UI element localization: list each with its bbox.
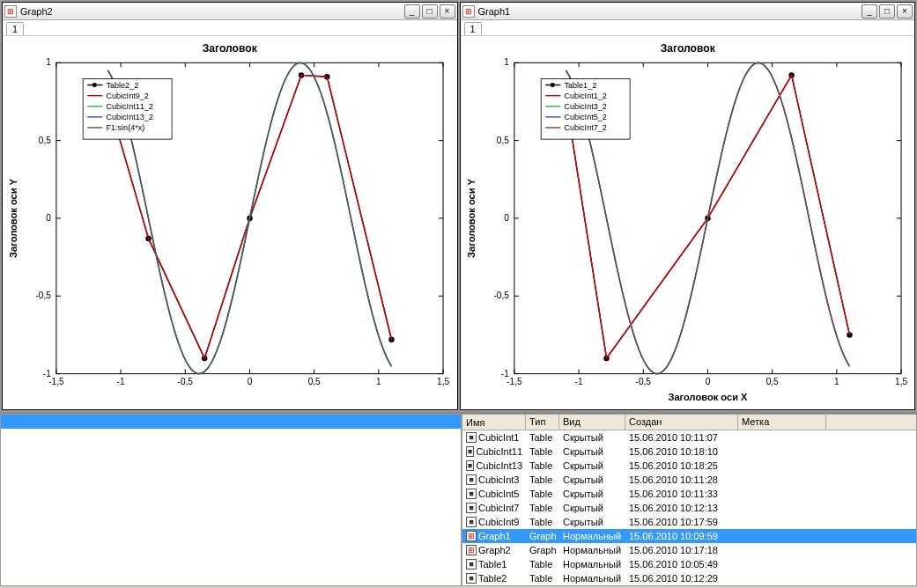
table-row[interactable]: ▦CubicInt3TableСкрытый15.06.2010 10:11:2… bbox=[462, 473, 916, 487]
svg-text:0,5: 0,5 bbox=[39, 136, 51, 145]
row-type: Table bbox=[526, 503, 559, 513]
row-created: 15.06.2010 10:11:07 bbox=[625, 432, 738, 443]
object-list-body: ▦CubicInt1TableСкрытый15.06.2010 10:11:0… bbox=[462, 430, 916, 585]
row-type: Table bbox=[526, 432, 559, 443]
row-name: CubicInt13 bbox=[476, 460, 522, 471]
svg-text:CubicInt5_2: CubicInt5_2 bbox=[564, 113, 606, 121]
table-icon: ▦ bbox=[466, 517, 477, 527]
svg-text:0: 0 bbox=[46, 213, 51, 223]
svg-text:-1: -1 bbox=[574, 377, 582, 386]
table-row[interactable]: ▦CubicInt5TableСкрытый15.06.2010 10:11:3… bbox=[462, 487, 916, 501]
row-name: Table1 bbox=[478, 559, 507, 570]
table-row[interactable]: ▦Table2TableНормальный15.06.2010 10:12:2… bbox=[462, 571, 916, 585]
svg-text:1: 1 bbox=[376, 377, 381, 386]
row-type: Graph bbox=[526, 545, 559, 555]
row-view: Скрытый bbox=[559, 503, 625, 513]
svg-text:Заголовок оси Y: Заголовок оси Y bbox=[8, 178, 18, 258]
table-row[interactable]: ▦CubicInt11TableСкрытый15.06.2010 10:18:… bbox=[462, 445, 916, 459]
graph1-chart[interactable]: -1,5-1-0,500,511,5-1-0,500,51ЗаголовокЗа… bbox=[461, 36, 915, 409]
row-name: Table2 bbox=[478, 573, 507, 584]
svg-text:-0,5: -0,5 bbox=[635, 377, 651, 386]
table-row[interactable]: ▦CubicInt13TableСкрытый15.06.2010 10:18:… bbox=[462, 459, 916, 473]
graph2-chart[interactable]: -1,5-1-0,500,511,5-1-0,500,51ЗаголовокЗа… bbox=[3, 36, 457, 409]
column-type[interactable]: Тип bbox=[526, 415, 559, 430]
row-type: Table bbox=[526, 474, 559, 485]
graph-window-icon: ⊞ bbox=[462, 5, 475, 18]
graph2-title: Graph2 bbox=[20, 6, 404, 17]
close-button[interactable]: × bbox=[897, 4, 913, 18]
row-view: Скрытый bbox=[559, 517, 625, 527]
svg-text:F1:sin(4*x): F1:sin(4*x) bbox=[106, 123, 144, 132]
svg-text:0,5: 0,5 bbox=[308, 377, 321, 386]
svg-text:-1: -1 bbox=[43, 369, 51, 379]
table-row[interactable]: ▦CubicInt9TableСкрытый15.06.2010 10:17:5… bbox=[462, 515, 916, 529]
graph-icon: ⊞ bbox=[466, 531, 477, 541]
row-created: 15.06.2010 10:11:33 bbox=[625, 489, 738, 499]
row-name: Graph2 bbox=[478, 545, 511, 555]
row-name: CubicInt1 bbox=[478, 432, 519, 443]
graph2-tab-1[interactable]: 1 bbox=[6, 22, 24, 35]
row-view: Нормальный bbox=[559, 545, 625, 555]
row-type: Table bbox=[526, 460, 559, 471]
svg-text:CubicInt3_2: CubicInt3_2 bbox=[564, 102, 606, 111]
column-view[interactable]: Вид bbox=[559, 415, 625, 430]
column-label[interactable]: Метка bbox=[738, 415, 826, 430]
table-header: Имя Тип Вид Создан Метка bbox=[462, 415, 916, 430]
row-name: CubicInt7 bbox=[478, 503, 519, 513]
object-list-panel[interactable]: Имя Тип Вид Создан Метка ▦CubicInt1Table… bbox=[462, 414, 917, 586]
svg-text:0,5: 0,5 bbox=[496, 136, 508, 145]
graph2-titlebar[interactable]: ⊞ Graph2 _ □ × bbox=[3, 3, 457, 20]
row-view: Нормальный bbox=[559, 573, 625, 584]
svg-text:-0,5: -0,5 bbox=[178, 377, 194, 386]
table-row[interactable]: ▦Table1TableНормальный15.06.2010 10:05:4… bbox=[462, 557, 916, 571]
row-name: CubicInt3 bbox=[478, 474, 519, 485]
minimize-button[interactable]: _ bbox=[404, 4, 420, 18]
table-icon: ▦ bbox=[466, 432, 477, 443]
graph-icon: ⊞ bbox=[466, 545, 477, 555]
svg-text:-1: -1 bbox=[500, 369, 508, 379]
svg-text:0: 0 bbox=[705, 377, 710, 386]
column-name[interactable]: Имя bbox=[462, 415, 526, 430]
close-button[interactable]: × bbox=[440, 4, 455, 18]
row-view: Скрытый bbox=[559, 432, 625, 443]
svg-text:Table2_2: Table2_2 bbox=[106, 81, 138, 90]
svg-text:Заголовок: Заголовок bbox=[660, 42, 715, 55]
row-name: CubicInt9 bbox=[478, 517, 519, 527]
properties-panel[interactable] bbox=[0, 414, 462, 586]
svg-text:0: 0 bbox=[248, 377, 253, 386]
table-icon: ▦ bbox=[466, 503, 477, 513]
row-created: 15.06.2010 10:12:29 bbox=[625, 573, 738, 584]
row-view: Скрытый bbox=[559, 446, 625, 457]
graph2-window: ⊞ Graph2 _ □ × 1 -1,5-1-0,500,511,5-1-0,… bbox=[2, 2, 458, 410]
table-row[interactable]: ▦CubicInt1TableСкрытый15.06.2010 10:11:0… bbox=[462, 430, 916, 445]
svg-text:Заголовок: Заголовок bbox=[203, 42, 258, 55]
svg-text:0: 0 bbox=[504, 213, 509, 223]
svg-text:1: 1 bbox=[504, 57, 509, 67]
table-row[interactable]: ⊞Graph2GraphНормальный15.06.2010 10:17:1… bbox=[462, 543, 916, 557]
graph1-titlebar[interactable]: ⊞ Graph1 _ □ × bbox=[461, 3, 915, 20]
selected-row-highlight bbox=[1, 415, 461, 429]
svg-text:CubicInt13_2: CubicInt13_2 bbox=[106, 113, 152, 121]
svg-point-48 bbox=[92, 83, 97, 87]
table-icon: ▦ bbox=[466, 573, 477, 584]
graph1-tab-1[interactable]: 1 bbox=[464, 22, 482, 35]
row-view: Скрытый bbox=[559, 460, 625, 471]
svg-text:0,5: 0,5 bbox=[765, 377, 778, 386]
table-icon: ▦ bbox=[466, 559, 477, 570]
row-created: 15.06.2010 10:11:28 bbox=[625, 474, 738, 485]
row-view: Скрытый bbox=[559, 489, 625, 499]
table-row[interactable]: ⊞Graph1GraphНормальный15.06.2010 10:09:5… bbox=[462, 529, 916, 543]
column-created[interactable]: Создан bbox=[625, 415, 738, 430]
svg-text:1: 1 bbox=[834, 377, 839, 386]
maximize-button[interactable]: □ bbox=[422, 4, 438, 18]
table-icon: ▦ bbox=[466, 446, 474, 457]
minimize-button[interactable]: _ bbox=[862, 4, 877, 18]
row-created: 15.06.2010 10:18:25 bbox=[625, 460, 738, 471]
row-type: Table bbox=[526, 489, 559, 499]
table-row[interactable]: ▦CubicInt7TableСкрытый15.06.2010 10:12:1… bbox=[462, 501, 916, 515]
row-created: 15.06.2010 10:05:49 bbox=[625, 559, 738, 570]
row-type: Table bbox=[526, 446, 559, 457]
svg-text:CubicInt7_2: CubicInt7_2 bbox=[564, 123, 606, 132]
graph1-tab-strip: 1 bbox=[461, 20, 915, 36]
maximize-button[interactable]: □ bbox=[879, 4, 895, 18]
